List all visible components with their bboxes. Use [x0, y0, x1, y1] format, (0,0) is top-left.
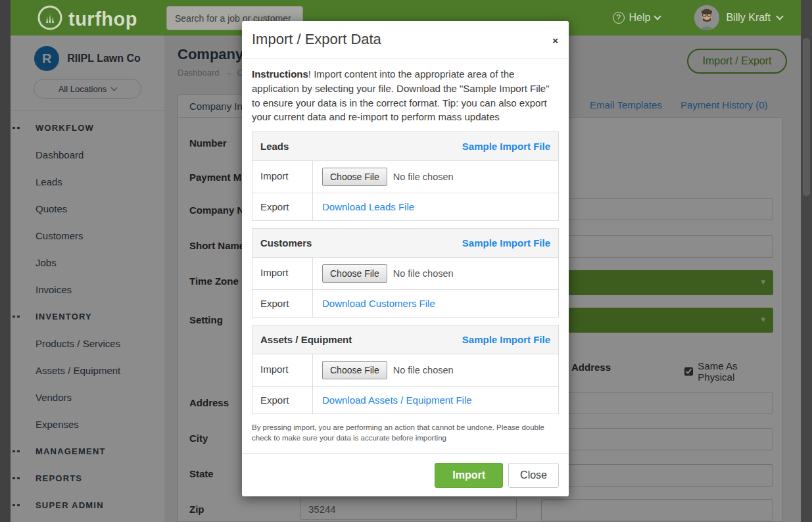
brand[interactable]: turfhop: [37, 5, 137, 34]
help-label: Help: [629, 12, 651, 24]
section-name: Leads: [260, 141, 289, 152]
table-row: Export Download Customers File: [252, 290, 558, 317]
no-file-chosen-text: No file chosen: [393, 365, 454, 375]
user-menu[interactable]: Billy Kraft: [694, 5, 782, 30]
help-menu[interactable]: ? Help: [613, 12, 661, 24]
no-file-chosen-text: No file chosen: [393, 172, 454, 182]
modal-body: Instructions! Import content into the ap…: [242, 59, 569, 443]
customers-sample-import-link[interactable]: Sample Import File: [462, 237, 550, 249]
user-name: Billy Kraft: [726, 12, 771, 24]
no-file-chosen-text: No file chosen: [393, 268, 454, 279]
leads-choose-file-button[interactable]: Choose File: [322, 168, 387, 186]
modal-header: Import / Export Data ×: [242, 21, 569, 59]
assets-sample-import-link[interactable]: Sample Import File: [462, 334, 550, 345]
section-name: Customers: [260, 237, 312, 249]
leads-sample-import-link[interactable]: Sample Import File: [462, 141, 550, 152]
import-warning-text: By pressing import, you are performing a…: [252, 422, 561, 443]
close-button[interactable]: Close: [508, 463, 559, 488]
download-leads-link[interactable]: Download Leads File: [322, 201, 414, 212]
chevron-down-icon: [776, 12, 783, 20]
brand-name: turfhop: [68, 9, 137, 30]
help-icon: ?: [613, 12, 625, 24]
turfhop-logo-icon: [37, 5, 63, 34]
instructions-text: Instructions! Import content into the ap…: [252, 67, 559, 124]
download-customers-link[interactable]: Download Customers File: [322, 298, 435, 309]
section-name: Assets / Equipment: [260, 334, 352, 345]
scrollbar-thumb[interactable]: [803, 38, 810, 196]
chevron-down-icon: [654, 12, 661, 20]
assets-choose-file-button[interactable]: Choose File: [322, 361, 387, 379]
modal-title: Import / Export Data: [252, 31, 381, 47]
table-row: Import Choose File No file chosen: [252, 161, 558, 193]
modal-footer: Import Close: [242, 453, 569, 496]
assets-table: Assets / Equipment Sample Import File Im…: [252, 325, 559, 414]
customers-choose-file-button[interactable]: Choose File: [322, 264, 387, 283]
avatar: [694, 5, 719, 30]
leads-table: Leads Sample Import File Import Choose F…: [252, 131, 559, 221]
download-assets-link[interactable]: Download Assets / Equipment File: [322, 394, 472, 406]
table-row: Export Download Assets / Equipment File: [252, 387, 558, 414]
close-icon[interactable]: ×: [552, 36, 558, 45]
import-button[interactable]: Import: [435, 463, 503, 488]
scrollbar-track[interactable]: [801, 0, 812, 522]
table-row: Import Choose File No file chosen: [252, 258, 558, 290]
table-row: Export Download Leads File: [252, 193, 558, 220]
table-row: Import Choose File No file chosen: [252, 354, 558, 387]
import-export-modal: Import / Export Data × Instructions! Imp…: [242, 21, 569, 496]
customers-table: Customers Sample Import File Import Choo…: [252, 228, 559, 318]
